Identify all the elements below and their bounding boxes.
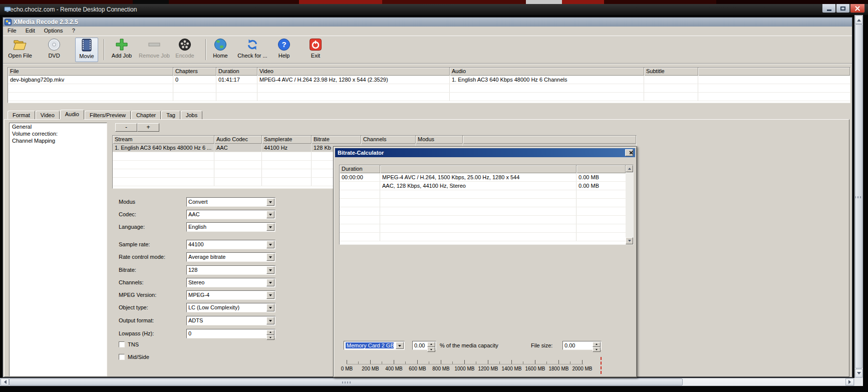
chevron-down-icon[interactable] [266, 291, 274, 299]
home-button[interactable]: Home [209, 38, 231, 62]
column-header[interactable]: Chapters [173, 68, 216, 76]
tns-checkbox[interactable] [119, 341, 125, 347]
rdp-vertical-scrollbar[interactable] [854, 15, 863, 378]
tab-chapter[interactable]: Chapter [131, 111, 161, 119]
object-type-select[interactable]: LC (Low Complexity) [186, 303, 275, 312]
rdp-titlebar[interactable]: echo.chociz.com - Remote Desktop Connect… [0, 4, 868, 15]
spin-up-icon[interactable] [427, 342, 435, 347]
rdp-horizontal-scrollbar[interactable] [0, 378, 854, 386]
capacity-marker [601, 357, 602, 374]
calc-row[interactable]: AAC, 128 Kbps, 44100 Hz, Stereo 0.00 MB [340, 182, 626, 190]
dvd-icon [47, 38, 61, 52]
dialog-close-button[interactable] [625, 149, 633, 156]
chevron-down-icon[interactable] [266, 211, 274, 218]
spin-up-icon[interactable] [266, 330, 274, 335]
dialog-titlebar[interactable]: Bitrate-Calculator [335, 148, 635, 157]
spin-down-icon[interactable] [266, 335, 274, 340]
codec-select[interactable]: AAC [186, 210, 275, 219]
column-header[interactable]: Stream [113, 136, 214, 144]
menu-file[interactable]: File [3, 27, 21, 36]
app-titlebar[interactable]: XMedia Recode 2.3.2.5 [3, 18, 852, 27]
spin-up-icon[interactable] [593, 342, 601, 347]
close-button[interactable] [850, 4, 865, 13]
file-size-stepper [593, 342, 601, 349]
vertical-scroll-thumb[interactable] [855, 24, 862, 368]
menu-edit[interactable]: Edit [21, 27, 40, 36]
sidebar-item-general[interactable]: General [10, 123, 107, 130]
tab-format[interactable]: Format [8, 111, 35, 119]
remove-stream-button[interactable]: - [115, 123, 137, 132]
column-header[interactable]: Bitrate [312, 136, 361, 144]
chevron-down-icon[interactable] [266, 266, 274, 274]
chevron-down-icon[interactable] [396, 342, 404, 349]
column-header[interactable]: Samplerate [262, 136, 312, 144]
bitrate-select[interactable]: 128 [186, 265, 275, 275]
column-header[interactable]: Audio Codec [214, 136, 262, 144]
lowpass-input[interactable]: 0 [186, 329, 275, 338]
chevron-down-icon[interactable] [266, 279, 274, 286]
column-header[interactable]: Duration [340, 165, 380, 173]
movie-button[interactable]: Movie [75, 38, 98, 62]
tab-tag[interactable]: Tag [161, 111, 180, 119]
chevron-down-icon[interactable] [266, 253, 274, 261]
size-cell: 0.00 MB [576, 182, 626, 190]
add-stream-button[interactable]: + [137, 123, 159, 132]
column-header[interactable]: Video [257, 68, 450, 76]
spin-down-icon[interactable] [427, 347, 435, 352]
channels-select[interactable]: Stereo [186, 278, 275, 287]
column-header[interactable] [380, 165, 576, 173]
file-table-header: File Chapters Duration Video Audio Subti… [8, 68, 850, 76]
mpeg-version-select[interactable]: MPEG-4 [186, 290, 275, 300]
chevron-down-icon[interactable] [266, 304, 274, 311]
form-row-rate-control: Rate control mode: Average bitrate [119, 252, 284, 262]
column-header[interactable]: File [8, 68, 173, 76]
help-button[interactable]: ? Help [274, 38, 294, 62]
tab-audio[interactable]: Audio [60, 110, 84, 119]
scroll-right-button[interactable] [845, 378, 854, 385]
calc-row[interactable]: 00:00:00 MPEG-4 AVC / H.264, 1500 Kbps, … [340, 173, 626, 182]
sidebar-item-channel-mapping[interactable]: Channel Mapping [10, 137, 107, 144]
add-job-button[interactable]: Add Job [109, 38, 135, 62]
rate-control-select[interactable]: Average bitrate [186, 252, 275, 262]
file-size-input[interactable]: 0.00 [562, 341, 602, 350]
scroll-up-button[interactable] [855, 16, 862, 24]
tab-video[interactable]: Video [36, 111, 60, 119]
column-header[interactable]: Modus [416, 136, 463, 144]
exit-button[interactable]: Exit [307, 38, 325, 62]
sidebar-item-volume-correction[interactable]: Volume correction: [10, 130, 107, 137]
tab-jobs[interactable]: Jobs [181, 111, 202, 119]
media-capacity-select[interactable]: Memory Card 2 GB [344, 341, 405, 350]
menu-help[interactable]: ? [68, 27, 80, 36]
table-vertical-scrollbar[interactable] [626, 165, 633, 244]
percent-input[interactable]: 0.00 [412, 341, 436, 350]
modus-select[interactable]: Convert [186, 197, 275, 207]
maximize-button[interactable] [836, 4, 850, 13]
scroll-up-button[interactable] [626, 165, 633, 172]
column-header[interactable]: Duration [216, 68, 257, 76]
chevron-down-icon[interactable] [266, 198, 274, 206]
column-header[interactable]: Channels [361, 136, 416, 144]
column-header[interactable]: Subtitle [644, 68, 698, 76]
minimize-button[interactable] [822, 4, 836, 13]
mid-side-checkbox[interactable] [119, 354, 125, 360]
scroll-down-button[interactable] [626, 237, 633, 244]
output-format-select[interactable]: ADTS [186, 316, 275, 325]
check-for-updates-button[interactable]: Check for ... [235, 38, 270, 62]
column-header[interactable]: Audio [450, 68, 644, 76]
open-file-button[interactable]: Open File [6, 38, 35, 62]
language-select[interactable]: English [186, 222, 275, 232]
menu-options[interactable]: Options [40, 27, 68, 36]
spin-down-icon[interactable] [593, 347, 601, 352]
horizontal-scroll-thumb[interactable] [9, 378, 683, 385]
scroll-left-button[interactable] [1, 378, 9, 385]
chevron-down-icon[interactable] [266, 223, 274, 231]
column-header[interactable] [576, 165, 626, 173]
sample-rate-select[interactable]: 44100 [186, 240, 275, 249]
duration-cell: 00:00:00 [340, 173, 380, 181]
dvd-button[interactable]: DVD [43, 38, 65, 62]
file-row[interactable]: dev-bigbang720p.mkv 0 01:41:17 MPEG-4 AV… [8, 76, 850, 84]
tab-filters-preview[interactable]: Filters/Preview [85, 111, 131, 119]
chevron-down-icon[interactable] [266, 317, 274, 324]
scroll-down-button[interactable] [855, 369, 862, 377]
chevron-down-icon[interactable] [266, 241, 274, 248]
